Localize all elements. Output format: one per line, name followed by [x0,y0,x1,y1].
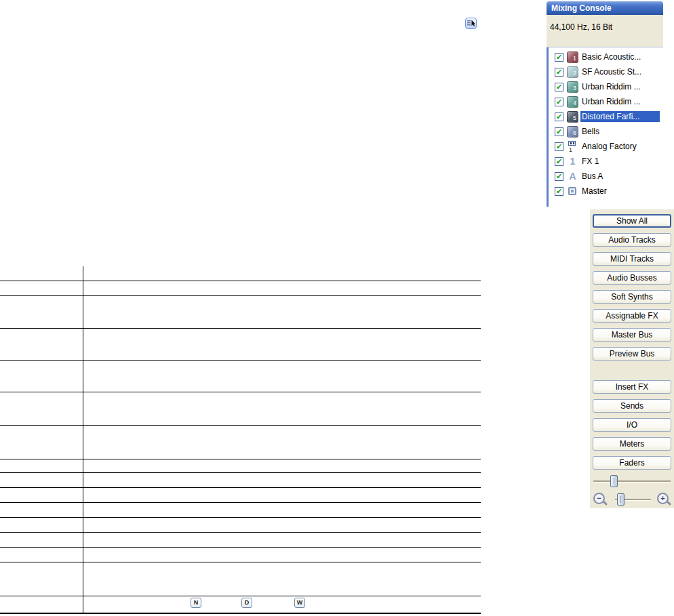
track-color-icon: 5 [567,111,578,123]
window-title-bar[interactable]: Mixing Console [547,1,663,15]
soft-synth-icon: 1 [567,141,578,152]
slider-track[interactable] [593,480,671,482]
track-row[interactable]: ✔ 1 FX 1 [549,154,660,169]
key-w-icon: W [294,598,305,608]
track-row[interactable]: ✔ 3 Urban Riddim ... [549,79,660,94]
table-row [0,426,481,459]
track-row[interactable]: ✔ 1 Analog Factory [549,139,660,154]
zoom-slider-thumb[interactable] [617,493,625,506]
track-checkbox[interactable]: ✔ [555,53,563,62]
table-row [0,503,481,518]
track-row[interactable]: ✔ 2 SF Acoustic St... [549,64,660,79]
bus-icon: A [567,171,578,182]
show-all-button[interactable]: Show All [593,214,671,228]
track-checkbox[interactable]: ✔ [555,172,563,181]
preview-bus-button[interactable]: Preview Bus [593,347,671,361]
track-checkbox[interactable]: ✔ [555,68,563,77]
meters-button[interactable]: Meters [593,437,671,451]
track-color-icon: 3 [567,81,578,93]
table-footer-keys: N D W [0,598,481,614]
zoom-out-icon[interactable]: − [593,493,605,504]
assignable-fx-icon: 1 [567,156,578,167]
master-bus-button[interactable]: Master Bus [593,328,671,342]
track-label[interactable]: FX 1 [580,156,660,167]
button-group-gap [593,366,671,380]
table-row [0,459,481,473]
table-row [0,518,481,533]
track-label[interactable]: Analog Factory [580,141,660,152]
track-label[interactable]: Bus A [580,171,660,182]
audio-busses-button[interactable]: Audio Busses [593,271,671,285]
track-list: ✔ 1 Basic Acoustic... ✔ 2 SF Acoustic St… [547,47,663,207]
slider-thumb[interactable] [610,475,618,487]
list-cursor-icon [466,18,476,28]
track-label[interactable]: Basic Acoustic... [580,52,660,62]
faders-button[interactable]: Faders [593,456,671,470]
table-row [0,392,481,426]
reference-table: N D W [0,266,481,614]
zoom-in-icon[interactable]: + [657,493,669,504]
track-checkbox[interactable]: ✔ [555,127,563,136]
track-row[interactable]: ✔ A Bus A [549,169,660,184]
table-row [0,548,481,562]
table-row [0,329,481,361]
track-color-icon: 1 [567,52,578,63]
track-checkbox[interactable]: ✔ [555,83,563,91]
channel-width-slider [593,475,671,488]
zoom-slider-row: − + [593,491,671,508]
audio-tracks-button[interactable]: Audio Tracks [593,233,671,247]
track-row[interactable]: ✔ 1 Basic Acoustic... [549,49,660,64]
project-format-info: 44,100 Hz, 16 Bit [547,15,663,47]
track-row[interactable]: ✔ 4 Urban Riddim ... [549,94,660,109]
sends-button[interactable]: Sends [593,399,671,413]
master-bus-icon [567,186,578,197]
track-checkbox[interactable]: ✔ [555,157,563,166]
track-label[interactable]: Bells [580,126,660,137]
track-checkbox[interactable]: ✔ [555,187,563,196]
track-row[interactable]: ✔ 6 Bells [549,124,660,139]
track-color-icon: 4 [567,96,578,108]
track-label[interactable]: SF Acoustic St... [580,66,660,77]
table-row [0,361,481,392]
track-checkbox[interactable]: ✔ [555,142,563,151]
insert-fx-button[interactable]: Insert FX [593,380,671,394]
table-row [0,281,481,296]
track-label[interactable]: Distorted Farfi... [580,111,660,122]
track-row[interactable]: ✔ 5 Distorted Farfi... [549,109,660,124]
io-button[interactable]: I/O [593,418,671,432]
mixing-console-toolbar: Show All Audio Tracks MIDI Tracks Audio … [590,209,674,508]
track-label[interactable]: Master [580,186,660,197]
assignable-fx-button[interactable]: Assignable FX [593,309,671,323]
table-row [0,296,481,329]
table-row [0,473,481,488]
table-row [0,562,481,596]
midi-tracks-button[interactable]: MIDI Tracks [593,252,671,266]
key-n-icon: N [191,598,201,608]
track-label[interactable]: Urban Riddim ... [580,96,660,107]
table-row [0,266,481,281]
track-color-icon: 6 [567,126,578,138]
mixing-console-margin-icon [465,18,477,29]
track-checkbox[interactable]: ✔ [555,112,563,121]
table-row [0,488,481,503]
track-color-icon: 2 [567,66,578,78]
mixing-console-window: Mixing Console 44,100 Hz, 16 Bit ✔ 1 Bas… [547,1,663,207]
soft-synths-button[interactable]: Soft Synths [593,290,671,304]
table-column-divider [83,266,83,614]
track-label[interactable]: Urban Riddim ... [580,81,660,92]
track-checkbox[interactable]: ✔ [555,98,563,106]
book-page: N D W Mixing Console 44,100 Hz, 16 Bit ✔… [0,0,674,616]
track-row[interactable]: ✔ Master [549,184,660,199]
key-d-icon: D [241,598,252,608]
table-row [0,533,481,548]
